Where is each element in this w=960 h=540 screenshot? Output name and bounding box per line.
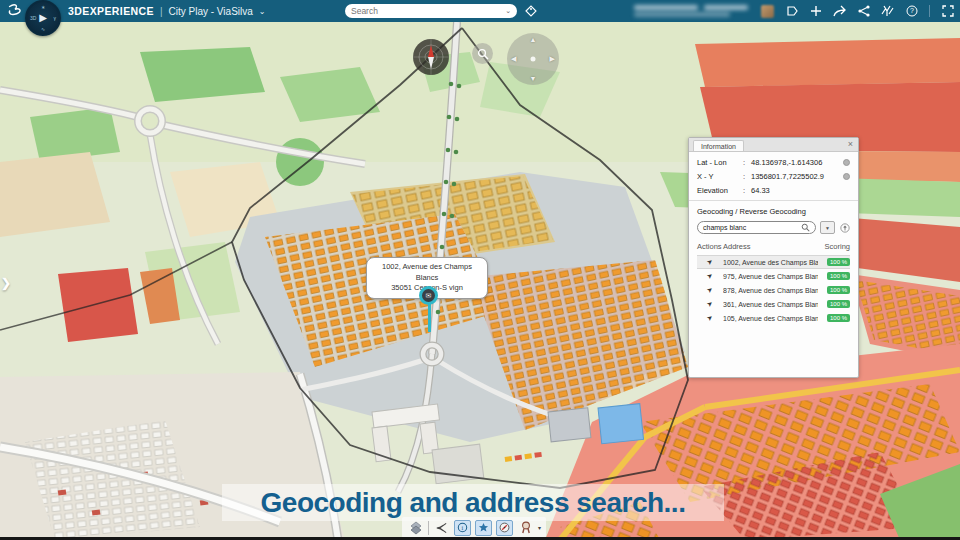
add-icon[interactable]	[809, 5, 822, 18]
help-icon[interactable]: ?	[905, 5, 918, 18]
rosette-icon	[409, 521, 423, 535]
copy-latlon-button[interactable]	[843, 159, 850, 166]
medal-icon	[520, 521, 532, 534]
compass-quadrant-icon: ∿	[41, 26, 45, 32]
global-search: ⌄	[345, 4, 517, 18]
award-dropdown-caret-icon[interactable]: ▾	[538, 524, 541, 531]
tag-icon[interactable]	[524, 4, 537, 17]
pan-left-icon[interactable]: ◀	[511, 55, 516, 63]
result-address[interactable]: 878, Avenue des Champs Blan...	[723, 287, 818, 294]
coord-row-xy: X - Y : 1356801.7,7225502.9	[697, 172, 850, 181]
tab-information[interactable]: Information	[693, 140, 744, 151]
scoring-badge: 100 %	[827, 314, 850, 322]
pan-up-icon[interactable]: ▲	[530, 36, 537, 43]
3ds-logo[interactable]	[6, 2, 24, 20]
share-network-icon[interactable]	[857, 5, 870, 18]
information-toggle-button[interactable]: i	[454, 520, 471, 536]
coord-colon: :	[743, 172, 751, 181]
result-address[interactable]: 105, Avenue des Champs Blan...	[723, 315, 818, 322]
coord-colon: :	[743, 158, 751, 167]
3dswym-icon[interactable]	[881, 5, 894, 18]
chevron-down-icon: ▼	[825, 225, 830, 231]
map-pan-widget[interactable]: ▲ ▼ ◀ ▶	[507, 33, 559, 85]
user-avatar[interactable]	[761, 5, 774, 18]
toolbar-separator	[428, 521, 429, 535]
3dexperience-compass-menu[interactable]: ∗ 3D γ ∿ ▶	[25, 0, 61, 36]
result-row[interactable]: ➤ 105, Avenue des Champs Blan... 100 %	[697, 311, 850, 325]
app-title[interactable]: City Play - ViaSilva	[169, 6, 253, 17]
geocoding-search-field[interactable]: champs blanc	[697, 221, 816, 234]
pan-center-dot[interactable]	[531, 57, 536, 62]
geocoding-dropdown-button[interactable]: ▼	[820, 221, 835, 234]
compass-quadrant-icon: 3D	[30, 15, 36, 21]
bottom-toolbar: i ▾	[402, 517, 546, 538]
search-scope-caret-icon[interactable]: ⌄	[505, 7, 511, 15]
header-actions: Actions	[697, 242, 723, 251]
location-pin-icon	[840, 223, 850, 233]
map-marker[interactable]: ✉	[419, 286, 438, 305]
coord-label: Lat - Lon	[697, 158, 743, 167]
coord-colon: :	[743, 186, 751, 195]
svg-text:i: i	[462, 524, 464, 531]
map-compass-widget[interactable]	[412, 38, 450, 76]
compass-tool-button[interactable]	[496, 520, 513, 536]
result-address[interactable]: 361, Avenue des Champs Blan...	[723, 301, 818, 308]
compass-icon	[499, 522, 510, 533]
app-window: ∗ 3D γ ∿ ▶ 3DEXPERIENCE | City Play - Vi…	[0, 0, 960, 540]
panel-divider	[689, 200, 858, 201]
tooltip-address-line1: 1002, Avenue des Champs Blancs	[372, 262, 482, 283]
user-name-redacted	[634, 5, 748, 17]
award-button[interactable]	[517, 519, 534, 536]
coord-label: Elevation	[697, 186, 743, 195]
caption-text: Geocoding and address search...	[261, 487, 686, 519]
header-address: Address	[723, 242, 818, 251]
notification-tag-icon[interactable]	[785, 5, 798, 18]
pan-down-icon[interactable]: ▼	[530, 75, 537, 82]
map-zoom-widget[interactable]	[472, 43, 493, 64]
coord-row-latlon: Lat - Lon : 48.136978,-1.614306	[697, 158, 850, 167]
scoring-badge: 100 %	[827, 286, 850, 294]
streams-button[interactable]	[433, 519, 450, 536]
compass-quadrant-icon: γ	[54, 15, 57, 21]
topbar-separator	[929, 5, 930, 17]
favorites-button[interactable]	[475, 520, 492, 536]
svg-text:?: ?	[910, 7, 914, 14]
coord-value: 1356801.7,7225502.9	[751, 172, 840, 181]
fullscreen-icon[interactable]	[941, 5, 954, 18]
3d-rosette-button[interactable]	[407, 519, 424, 536]
envelope-icon: ✉	[426, 292, 432, 300]
coord-label: X - Y	[697, 172, 743, 181]
left-panel-expander[interactable]: ❯	[1, 276, 11, 290]
share-forward-icon[interactable]	[833, 5, 846, 18]
reverse-geocode-locate-button[interactable]	[840, 223, 850, 233]
coord-value: 64.33	[751, 186, 840, 195]
geocoding-section-title: Geocoding / Reverse Geocoding	[697, 207, 850, 216]
panel-tab-bar: Information ×	[689, 138, 858, 152]
compass-play-icon: ▶	[39, 13, 47, 23]
star-icon	[478, 522, 489, 533]
search-input[interactable]	[351, 6, 505, 16]
close-icon[interactable]: ×	[848, 140, 853, 149]
brand-divider: |	[160, 6, 163, 17]
brand-title: 3DEXPERIENCE	[68, 5, 154, 17]
magnifier-icon	[477, 48, 489, 60]
pan-right-icon[interactable]: ▶	[550, 55, 555, 63]
header-scoring: Scoring	[818, 242, 850, 251]
top-bar: ∗ 3D γ ∿ ▶ 3DEXPERIENCE | City Play - Vi…	[0, 0, 960, 22]
result-address[interactable]: 1002, Avenue des Champs Bla...	[723, 259, 818, 266]
map-marker-stem	[428, 303, 431, 332]
scoring-badge: 100 %	[827, 272, 850, 280]
scoring-badge: 100 %	[827, 258, 850, 266]
geocoding-search-value[interactable]: champs blanc	[703, 224, 801, 231]
caption-band: Geocoding and address search...	[222, 484, 724, 521]
info-icon: i	[457, 522, 468, 533]
scoring-badge: 100 %	[827, 300, 850, 308]
streams-icon	[435, 522, 448, 534]
app-title-caret-icon[interactable]: ⌄	[259, 7, 266, 16]
compass-quadrant-icon: ∗	[41, 4, 45, 10]
result-address[interactable]: 975, Avenue des Champs Blan...	[723, 273, 818, 280]
information-panel: Information × Lat - Lon : 48.136978,-1.6…	[688, 137, 859, 378]
copy-xy-button[interactable]	[843, 173, 850, 180]
coord-row-elevation: Elevation : 64.33	[697, 186, 850, 195]
magnifier-icon[interactable]	[801, 223, 810, 232]
